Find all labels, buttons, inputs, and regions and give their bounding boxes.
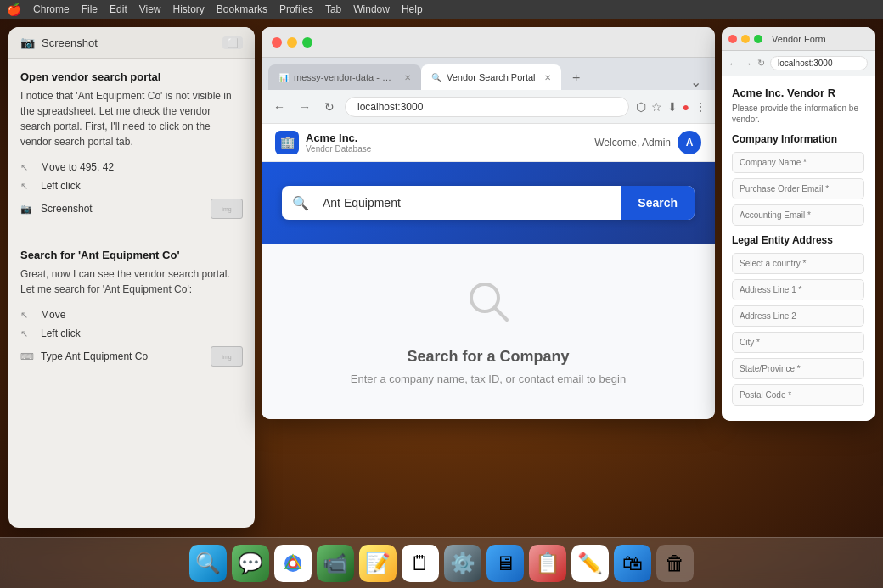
back-button[interactable]: ← xyxy=(270,97,289,117)
app-name: Acme Inc. xyxy=(306,132,371,144)
dock-facetime[interactable]: 📹 xyxy=(317,545,354,582)
dock-appstore[interactable]: 🛍 xyxy=(614,545,651,582)
app-logo: 🏢 Acme Inc. Vendor Database xyxy=(275,131,371,154)
ai-task-2-title: Search for 'Ant Equipment Co' xyxy=(20,249,243,261)
tab-spreadsheet[interactable]: 📊 messy-vendor-data - Googl... ✕ xyxy=(268,64,421,90)
address-line-2-field[interactable] xyxy=(732,305,864,327)
click-icon: ↖ xyxy=(20,181,34,192)
search-button[interactable]: Search xyxy=(621,186,695,220)
ai-panel-header: 📷 Screenshot ⬜ xyxy=(8,27,255,59)
dock-reminders[interactable]: 🗒 xyxy=(402,545,439,582)
fullscreen-button-right[interactable] xyxy=(754,35,762,43)
windows-container: 📷 Screenshot ⬜ Open vendor search portal… xyxy=(0,19,883,537)
menu-view[interactable]: View xyxy=(139,3,161,15)
menu-tab[interactable]: Tab xyxy=(325,3,341,15)
ai-action-move: ↖ Move to 495, 42 xyxy=(20,158,243,176)
tab-vendor-portal[interactable]: 🔍 Vendor Search Portal ✕ xyxy=(421,64,561,90)
user-avatar[interactable]: A xyxy=(678,131,701,154)
dock-settings[interactable]: ⚙️ xyxy=(444,545,481,582)
window-chrome-main xyxy=(262,27,715,58)
keyboard-icon: ⌨ xyxy=(20,351,34,362)
address-bar-icons: ⬡ ☆ ⬇ ● ⋮ xyxy=(636,100,706,114)
reload-button-right[interactable]: ↻ xyxy=(757,58,765,69)
screenshot-thumb-1[interactable]: img xyxy=(211,199,243,219)
postal-code-field[interactable] xyxy=(732,384,864,406)
ai-action-screenshot-1: 📷 Screenshot img xyxy=(20,195,243,222)
menu-window[interactable]: Window xyxy=(353,3,390,15)
app-logo-icon: 🏢 xyxy=(275,131,299,154)
screenshot-icon-1: 📷 xyxy=(20,204,34,215)
empty-state-icon xyxy=(464,277,512,334)
ai-action-click-2-text: Left click xyxy=(41,328,243,339)
ai-panel-content: Open vendor search portal I notice that … xyxy=(8,59,255,522)
new-tab-button[interactable]: + xyxy=(565,66,588,90)
more-icon[interactable]: ⋮ xyxy=(695,100,706,114)
bookmark-icon[interactable]: ☆ xyxy=(651,100,662,114)
ai-panel-collapse-button[interactable]: ⬜ xyxy=(222,36,243,49)
tab-label-2: Vendor Search Portal xyxy=(447,72,536,82)
download-icon[interactable]: ⬇ xyxy=(667,100,678,114)
menu-edit[interactable]: Edit xyxy=(110,3,127,15)
state-province-field[interactable] xyxy=(732,358,864,379)
legal-entity-section-title: Legal Entity Address xyxy=(732,234,864,246)
minimize-button[interactable] xyxy=(287,37,297,48)
address-input-right[interactable] xyxy=(770,56,868,70)
dock-messages[interactable]: 💬 xyxy=(232,545,269,582)
company-name-field[interactable] xyxy=(732,152,864,173)
ai-action-screenshot-1-text: Screenshot xyxy=(41,203,204,215)
menu-bookmarks[interactable]: Bookmarks xyxy=(217,3,267,15)
welcome-text: Welcome, Admin xyxy=(594,137,671,148)
dock-textedit[interactable]: ✏️ xyxy=(571,545,609,582)
address-bar: ← → ↻ ⬡ ☆ ⬇ ● ⋮ xyxy=(262,90,715,124)
forward-button-right[interactable]: → xyxy=(743,59,752,69)
back-button-right[interactable]: ← xyxy=(728,59,738,69)
tab-favicon-1: 📊 xyxy=(278,73,289,82)
dock-monitor[interactable]: 🖥 xyxy=(486,545,524,582)
apple-menu[interactable]: 🍎 xyxy=(7,3,21,16)
screenshot-thumb-2[interactable]: img xyxy=(211,346,243,367)
empty-state-description: Enter a company name, tax ID, or contact… xyxy=(351,372,626,385)
app-navbar: 🏢 Acme Inc. Vendor Database Welcome, Adm… xyxy=(262,124,715,162)
tab-close-2[interactable]: ✕ xyxy=(544,73,551,82)
dock-notes[interactable]: 📝 xyxy=(359,545,397,582)
search-input[interactable] xyxy=(319,186,621,220)
app-subtitle: Vendor Database xyxy=(306,144,371,154)
fullscreen-button[interactable] xyxy=(302,37,312,48)
minimize-button-right[interactable] xyxy=(741,35,750,43)
reload-button[interactable]: ↻ xyxy=(321,97,338,117)
menu-file[interactable]: File xyxy=(82,3,98,15)
menu-help[interactable]: Help xyxy=(402,3,423,15)
ai-action-move-text: Move to 495, 42 xyxy=(41,161,243,173)
ai-action-move-2-text: Move xyxy=(41,309,243,321)
dock-clipboard[interactable]: 📋 xyxy=(529,545,566,582)
accounting-email-field[interactable] xyxy=(732,204,864,226)
dock-trash[interactable]: 🗑 xyxy=(656,545,694,582)
right-browser-window: Vendor Form ← → ↻ Acme Inc. Vendor R Ple… xyxy=(722,27,875,421)
main-browser-window: 📊 messy-vendor-data - Googl... ✕ 🔍 Vendo… xyxy=(262,27,715,419)
address-bar-right: ← → ↻ xyxy=(722,51,875,76)
city-field[interactable] xyxy=(732,332,864,353)
purchase-order-email-field[interactable] xyxy=(732,178,864,199)
dock-finder[interactable]: 🔍 xyxy=(189,545,227,582)
cursor-icon-2: ↖ xyxy=(20,310,34,321)
svg-line-1 xyxy=(495,308,507,320)
tab-dropdown-button[interactable]: ⌄ xyxy=(690,74,701,90)
close-button-right[interactable] xyxy=(728,35,737,43)
menu-history[interactable]: History xyxy=(173,3,205,15)
address-input[interactable] xyxy=(345,97,629,117)
ai-agent-panel: 📷 Screenshot ⬜ Open vendor search portal… xyxy=(8,27,255,528)
menu-profiles[interactable]: Profiles xyxy=(279,3,313,15)
menu-chrome[interactable]: Chrome xyxy=(33,3,70,15)
search-hero: 🔍 Search xyxy=(262,162,715,244)
svg-point-4 xyxy=(290,560,296,566)
dock-chrome[interactable] xyxy=(274,545,312,582)
close-button[interactable] xyxy=(272,37,282,48)
form-subtitle: Please provide the information be vendor… xyxy=(732,103,864,125)
tab-favicon-2: 🔍 xyxy=(431,73,442,82)
tab-close-1[interactable]: ✕ xyxy=(404,73,411,82)
country-select-field[interactable] xyxy=(732,253,864,274)
cast-icon[interactable]: ⬡ xyxy=(636,100,646,114)
ai-task-1-title: Open vendor search portal xyxy=(20,70,243,83)
forward-button[interactable]: → xyxy=(295,97,314,117)
address-line-1-field[interactable] xyxy=(732,279,864,300)
